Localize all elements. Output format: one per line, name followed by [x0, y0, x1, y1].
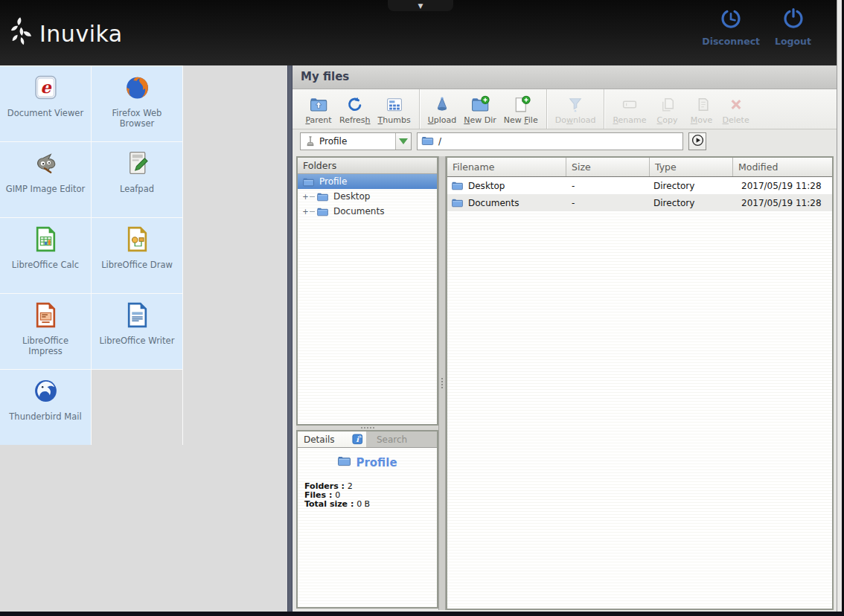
button-label: Rename [613, 115, 646, 125]
app-label: Firefox Web Browser [96, 108, 178, 129]
tree-connector [310, 196, 315, 197]
download-icon [566, 94, 585, 114]
logout-label: Logout [775, 36, 811, 47]
calc-icon [32, 225, 60, 256]
app-label: Thunderbird Mail [9, 411, 81, 422]
file-list-body: Desktop-Directory2017/05/19 11:28Documen… [447, 177, 832, 211]
button-label: Move [691, 115, 713, 125]
new-dir-button[interactable]: New Dir [460, 89, 500, 129]
size-cell: - [566, 198, 650, 208]
folder-icon [302, 177, 315, 187]
tree-item-documents[interactable]: +Documents [298, 204, 437, 219]
firefox-icon [124, 74, 151, 104]
app-libreoffice-impress[interactable]: LibreOffice Impress [0, 294, 91, 369]
folder-icon [337, 455, 351, 469]
app-document-viewer[interactable]: eDocument Viewer [0, 66, 91, 141]
size-cell: - [566, 181, 650, 191]
topbar-actions: Disconnect Logout [702, 7, 811, 47]
share-dropdown-arrow[interactable] [395, 133, 411, 150]
column-header-type[interactable]: Type [650, 158, 733, 176]
go-button[interactable] [688, 132, 706, 150]
filename-cell: Desktop [447, 181, 566, 191]
toolbar-group: Download [546, 89, 604, 129]
svg-text:e: e [40, 77, 52, 97]
app-libreoffice-calc[interactable]: LibreOffice Calc [0, 218, 91, 293]
file-row-desktop[interactable]: Desktop-Directory2017/05/19 11:28 [447, 177, 832, 194]
leafpad-icon [124, 150, 151, 180]
folders-panel-title: Folders [298, 158, 437, 174]
app-libreoffice-draw[interactable]: LibreOffice Draw [92, 218, 182, 293]
chevron-down-icon: ▼ [418, 2, 423, 10]
app-firefox-web-browser[interactable]: Firefox Web Browser [92, 66, 182, 141]
app-thunderbird-mail[interactable]: Thunderbird Mail [0, 370, 91, 445]
logout-button[interactable]: Logout [775, 7, 811, 47]
delete-button[interactable]: Delete [719, 89, 753, 129]
filename-text: Documents [468, 198, 519, 208]
panel-divider [287, 65, 292, 612]
folder-icon [451, 198, 464, 208]
button-label: Parent [305, 115, 331, 125]
copy-button[interactable]: Copy [650, 89, 685, 129]
column-header-filename[interactable]: Filename [447, 158, 566, 176]
upload-button[interactable]: Upload [424, 89, 461, 129]
button-label: Download [555, 115, 596, 125]
play-circle-icon [691, 133, 705, 150]
download-button[interactable]: Download [552, 89, 600, 129]
application-panel: eDocument ViewerFirefox Web BrowserGIMP … [0, 65, 287, 612]
button-label: New Dir [464, 115, 496, 125]
evince-icon: e [32, 74, 60, 104]
splitter-grip-icon [441, 378, 443, 388]
thumbs-button[interactable]: Thumbs [374, 89, 415, 129]
app-label: Leafpad [120, 184, 154, 194]
tree-connector [310, 211, 315, 212]
pull-down-tab[interactable]: ▼ [388, 0, 453, 11]
disconnect-button[interactable]: Disconnect [702, 7, 760, 47]
app-gimp-image-editor[interactable]: GIMP Image Editor [0, 142, 91, 217]
tab-details[interactable]: Details i [298, 431, 366, 447]
tree-item-label: Documents [333, 206, 384, 216]
expand-plus-icon[interactable]: + [301, 193, 310, 201]
vertical-splitter[interactable] [438, 156, 446, 610]
folder-icon [316, 207, 329, 216]
app-grid: eDocument ViewerFirefox Web BrowserGIMP … [0, 65, 183, 445]
power-icon [781, 7, 805, 33]
tree-item-profile[interactable]: Profile [298, 174, 437, 189]
toolbar-group: UploadNew DirNew File [419, 89, 546, 129]
rename-icon [620, 94, 639, 114]
details-tabbar: Details i Search [298, 431, 437, 448]
folder-icon [451, 181, 464, 190]
modified-cell: 2017/05/19 11:28 [733, 198, 832, 208]
new-file-button[interactable]: New File [500, 89, 542, 129]
button-label: Refresh [339, 115, 371, 125]
column-header-modified[interactable]: Modified [733, 158, 832, 176]
bottom-edge [0, 612, 844, 616]
folders-panel: Folders Profile+Desktop+Documents [296, 156, 438, 426]
newfile-icon [511, 94, 531, 114]
current-path: / [438, 136, 441, 147]
tree-item-desktop[interactable]: +Desktop [298, 189, 437, 204]
filename-text: Desktop [468, 181, 505, 191]
app-leafpad[interactable]: Leafpad [92, 142, 182, 217]
expand-plus-icon[interactable]: + [301, 208, 310, 216]
details-stats: Folders : 2Files : 0Total size : 0 B [304, 482, 437, 509]
parent-button[interactable]: Parent [301, 89, 336, 129]
path-input[interactable]: / [417, 132, 683, 150]
refresh-button[interactable]: Refresh [336, 89, 374, 129]
app-libreoffice-writer[interactable]: LibreOffice Writer [92, 294, 182, 369]
tab-search[interactable]: Search [366, 431, 418, 447]
column-header-size[interactable]: Size [566, 158, 650, 176]
rename-button[interactable]: Rename [609, 89, 650, 129]
app-label: LibreOffice Writer [100, 336, 175, 346]
thunderbird-icon [32, 377, 60, 408]
move-button[interactable]: Move [685, 89, 719, 129]
file-manager-title: My files [292, 65, 837, 89]
button-label: New File [504, 115, 538, 125]
app-label: Document Viewer [7, 108, 83, 118]
toolbar-group: RenameCopyMoveDelete [604, 89, 757, 129]
details-panel: Details i Search [296, 430, 438, 609]
tree-item-label: Desktop [333, 191, 371, 202]
toolbar-group: ParentRefreshThumbs [297, 89, 419, 129]
share-select[interactable]: Profile [300, 132, 412, 150]
file-row-documents[interactable]: Documents-Directory2017/05/19 11:28 [447, 194, 832, 211]
inuvika-leaf-logo-icon [10, 16, 34, 51]
